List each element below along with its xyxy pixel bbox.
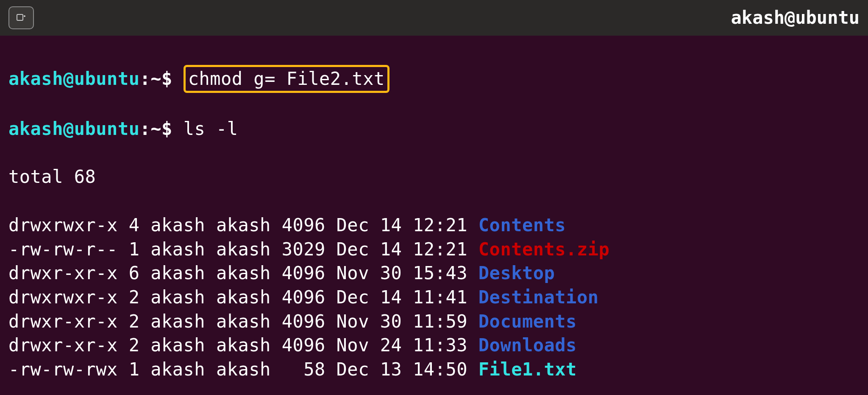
list-row: -rw-rw-rwx 1 akash akash 58 Dec 13 14:50… xyxy=(8,358,860,382)
prompt-line-2: akash@ubuntu:~$ ls -l xyxy=(8,117,860,141)
list-row: drwxrwxr-x 4 akash akash 4096 Dec 14 12:… xyxy=(8,213,860,238)
list-perm: drwxr-xr-x 2 akash akash 4096 Nov 30 11:… xyxy=(8,311,479,332)
list-filename: Contents.zip xyxy=(479,239,609,260)
new-tab-button[interactable] xyxy=(8,6,34,29)
list-perm: drwxrwxr-x 2 akash akash 4096 Dec 14 11:… xyxy=(8,287,479,308)
prompt-host: ubuntu xyxy=(74,118,140,139)
window-title: akash@ubuntu xyxy=(731,6,860,30)
prompt-colon: : xyxy=(139,118,150,139)
prompt-path: ~ xyxy=(150,68,161,89)
list-row: drwxr-xr-x 6 akash akash 4096 Nov 30 15:… xyxy=(8,261,860,286)
list-perm: -rw-rw-rwx 1 akash akash 58 Dec 13 14:50 xyxy=(8,359,479,380)
highlight-command-1: chmod g= File2.txt xyxy=(184,65,389,93)
list-perm: -rw-rw-r-- 1 akash akash 3029 Dec 14 12:… xyxy=(8,239,479,260)
list-filename: Destination xyxy=(479,287,599,308)
prompt-colon: : xyxy=(139,68,150,89)
total-line: total 68 xyxy=(8,165,860,189)
prompt-line-1: akash@ubuntu:~$ chmod g= File2.txt xyxy=(8,65,860,93)
command-text: ls -l xyxy=(184,118,238,139)
titlebar: akash@ubuntu xyxy=(0,0,868,36)
list-filename: Downloads xyxy=(479,335,577,356)
list-perm: drwxr-xr-x 2 akash akash 4096 Nov 24 11:… xyxy=(8,335,479,356)
prompt-host: ubuntu xyxy=(74,68,140,89)
list-filename: Desktop xyxy=(479,263,555,283)
list-row: -rw-rw-r-- 1 akash akash 3029 Dec 14 12:… xyxy=(8,238,860,262)
list-row: drwxr-xr-x 2 akash akash 4096 Nov 30 11:… xyxy=(8,310,860,334)
prompt-at: @ xyxy=(63,118,74,139)
terminal-area[interactable]: akash@ubuntu:~$ chmod g= File2.txt akash… xyxy=(0,36,868,395)
list-filename: Contents xyxy=(479,215,566,235)
prompt-dollar: $ xyxy=(161,68,172,89)
list-filename: Documents xyxy=(479,311,577,332)
list-perm: drwxrwxr-x 4 akash akash 4096 Dec 14 12:… xyxy=(8,215,479,235)
prompt-user: akash xyxy=(8,68,63,89)
svg-rect-0 xyxy=(17,14,23,20)
prompt-path: ~ xyxy=(150,118,161,139)
list-perm: drwxr-xr-x 6 akash akash 4096 Nov 30 15:… xyxy=(8,263,479,283)
list-filename: File1.txt xyxy=(479,359,577,380)
list-row: drwxr-xr-x 2 akash akash 4096 Nov 24 11:… xyxy=(8,333,860,358)
prompt-user: akash xyxy=(8,118,63,139)
command-text: chmod g= File2.txt xyxy=(188,68,385,89)
prompt-dollar: $ xyxy=(161,118,172,139)
new-tab-icon xyxy=(16,13,26,23)
prompt-at: @ xyxy=(63,68,74,89)
list-row: drwxrwxr-x 2 akash akash 4096 Dec 14 11:… xyxy=(8,286,860,310)
